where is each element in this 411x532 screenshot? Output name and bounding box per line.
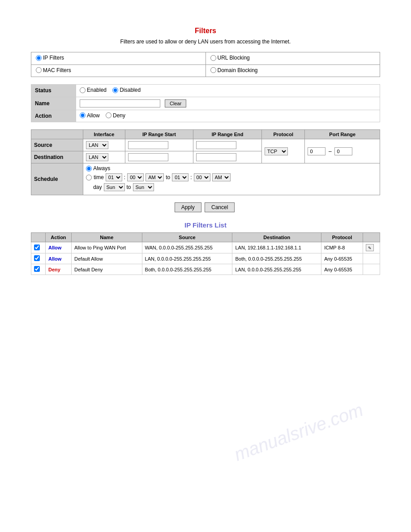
row-destination: LAN, 0.0.0.0-255.255.255.255	[232, 264, 321, 275]
port-end-input[interactable]	[334, 147, 352, 155]
time-min-start-select[interactable]: 00153045	[127, 173, 144, 181]
action-badge: Allow	[48, 245, 61, 250]
action-badge: Allow	[48, 256, 61, 262]
time-ampm-end-select[interactable]: AMPM	[212, 173, 231, 181]
list-col-action: Action	[45, 233, 71, 242]
mac-filters-option[interactable]: MAC Filters	[31, 64, 206, 77]
row-checkbox[interactable]	[34, 255, 40, 261]
action-allow-radio[interactable]	[80, 112, 86, 118]
ip-range-start-header: IP Range Start	[125, 130, 193, 139]
url-blocking-option[interactable]: URL Blocking	[206, 52, 380, 65]
schedule-cell: Always time 01020304 05060708 09101112	[83, 163, 380, 195]
list-col-checkbox	[31, 233, 46, 242]
status-enabled-label: Enabled	[87, 87, 107, 93]
row-action: Allow	[45, 242, 71, 253]
row-protocol: ICMP 8-8	[321, 242, 363, 253]
mac-filters-radio[interactable]	[36, 67, 42, 73]
status-disabled-option[interactable]: Disabled	[112, 87, 141, 93]
row-name: Default Allow	[72, 253, 142, 264]
always-radio[interactable]	[86, 166, 92, 172]
ip-filters-list-table: Action Name Source Destination Protocol …	[31, 232, 380, 275]
name-row: Name Clear	[31, 97, 380, 110]
time-min-end-select[interactable]: 00153045	[194, 173, 210, 181]
row-name: Default Deny	[72, 264, 142, 275]
day-start-select[interactable]: SunMonTueWed ThuFriSat	[104, 183, 125, 191]
domain-blocking-option[interactable]: Domain Blocking	[206, 64, 380, 77]
source-row: Source LAN WAN Both TCP	[31, 139, 380, 151]
destination-ip-end-cell	[193, 151, 262, 163]
list-row: Allow Allow to Ping WAN Port WAN, 0.0.0.…	[31, 242, 380, 253]
edit-icon[interactable]: ✎	[366, 244, 374, 251]
day-end-select[interactable]: SunMonTueWed ThuFriSat	[133, 183, 154, 191]
row-checkbox[interactable]	[34, 245, 40, 250]
destination-ip-end-input[interactable]	[196, 153, 236, 161]
destination-ip-start-cell	[125, 151, 193, 163]
action-allow-label: Allow	[87, 112, 100, 119]
source-interface-select[interactable]: LAN WAN Both	[86, 141, 108, 149]
status-disabled-radio[interactable]	[112, 87, 118, 93]
ip-filters-option[interactable]: IP Filters	[31, 52, 206, 65]
status-row: Status Enabled Disabled	[31, 85, 380, 97]
row-checkbox-cell	[31, 253, 46, 264]
from-radio[interactable]	[86, 175, 92, 180]
clear-button[interactable]: Clear	[165, 99, 186, 107]
row-edit-cell	[363, 264, 380, 275]
protocol-cell: TCP UDP Both ICMP Any	[262, 139, 305, 163]
source-ip-start-cell	[125, 139, 193, 151]
destination-interface-cell: LAN WAN Both	[83, 151, 125, 163]
domain-blocking-radio[interactable]	[210, 67, 216, 73]
destination-ip-start-input[interactable]	[128, 153, 168, 161]
row-checkbox[interactable]	[34, 266, 40, 272]
apply-button[interactable]: Apply	[175, 202, 201, 212]
source-interface-cell: LAN WAN Both	[83, 139, 125, 151]
action-options: Allow Deny	[76, 110, 380, 122]
status-disabled-label: Disabled	[120, 87, 141, 93]
status-enabled-option[interactable]: Enabled	[80, 87, 107, 93]
day-label: day	[93, 184, 102, 190]
list-header-row: Action Name Source Destination Protocol	[31, 233, 380, 242]
source-ip-end-input[interactable]	[196, 141, 236, 149]
always-option[interactable]: Always	[86, 165, 110, 172]
cancel-button[interactable]: Cancel	[205, 202, 235, 212]
action-allow-option[interactable]: Allow	[80, 112, 100, 119]
source-label: Source	[31, 139, 83, 151]
time-hour-start-select[interactable]: 01020304 05060708 09101112	[106, 173, 122, 181]
mac-filters-label: MAC Filters	[43, 67, 71, 73]
protocol-select[interactable]: TCP UDP Both ICMP Any	[265, 147, 288, 155]
list-col-edit	[363, 233, 380, 242]
from-option[interactable]	[86, 175, 92, 180]
action-deny-label: Deny	[113, 112, 125, 119]
list-col-protocol: Protocol	[321, 233, 363, 242]
destination-interface-select[interactable]: LAN WAN Both	[86, 153, 108, 161]
list-col-destination: Destination	[232, 233, 321, 242]
action-deny-radio[interactable]	[106, 112, 111, 118]
action-label: Action	[31, 110, 76, 122]
range-header-row: Interface IP Range Start IP Range End Pr…	[31, 130, 380, 139]
time-hour-end-select[interactable]: 01020304 05060708 09101112	[172, 173, 188, 181]
status-label: Status	[31, 85, 76, 97]
schedule-label: Schedule	[31, 163, 83, 195]
row-name: Allow to Ping WAN Port	[72, 242, 142, 253]
always-row: Always	[86, 165, 377, 172]
colon-2: :	[190, 174, 192, 180]
url-blocking-radio[interactable]	[210, 55, 216, 61]
status-enabled-radio[interactable]	[80, 87, 86, 93]
list-col-name: Name	[72, 233, 142, 242]
source-ip-start-input[interactable]	[128, 141, 168, 149]
action-deny-option[interactable]: Deny	[106, 112, 125, 119]
row-source: WAN, 0.0.0.0-255.255.255.255	[142, 242, 232, 253]
to-label-2: to	[127, 184, 131, 190]
name-cell: Clear	[76, 97, 380, 110]
row-destination: Both, 0.0.0.0-255.255.255.255	[232, 253, 321, 264]
name-label: Name	[31, 97, 76, 110]
port-start-input[interactable]	[308, 147, 325, 155]
row-edit-cell: ✎	[363, 242, 380, 253]
name-input[interactable]	[80, 99, 160, 107]
day-row: day SunMonTueWed ThuFriSat to SunMonTueW…	[86, 183, 377, 191]
ip-filters-label: IP Filters	[43, 55, 64, 61]
domain-blocking-label: Domain Blocking	[218, 67, 258, 73]
ip-filters-radio[interactable]	[36, 55, 42, 61]
list-col-source: Source	[142, 233, 232, 242]
time-ampm-start-select[interactable]: AMPM	[146, 173, 164, 181]
protocol-header: Protocol	[262, 130, 305, 139]
